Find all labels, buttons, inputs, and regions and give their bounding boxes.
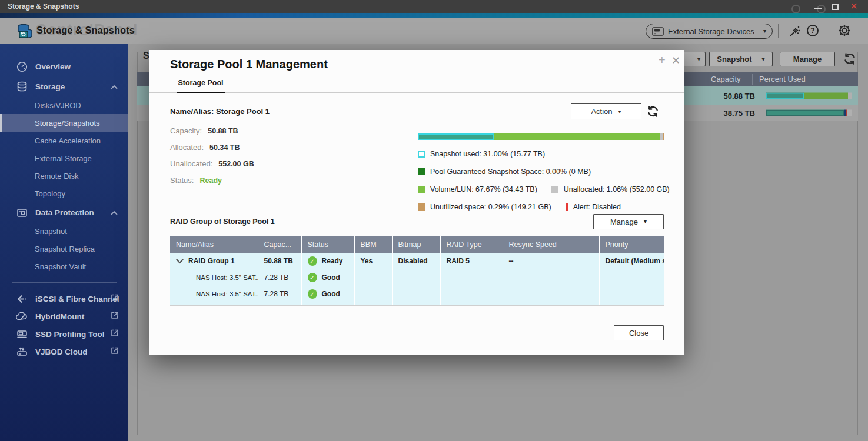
external-link-icon — [111, 293, 119, 304]
iscsi-icon — [16, 295, 28, 303]
external-drive-icon — [652, 27, 664, 36]
pool-name-alias: Name/Alias: Storage Pool 1 — [170, 107, 270, 116]
database-icon — [16, 81, 28, 92]
capacity-value: 50.88 TB — [724, 91, 755, 100]
app-window: Storage & Snapshots ✕ ControlPanel Stora… — [0, 0, 868, 441]
field-unallocated: Unallocated:552.00 GB — [170, 159, 254, 168]
column-capacity: Capacity — [711, 75, 741, 83]
sidebar-item-label: Data Protection — [35, 208, 94, 217]
close-button[interactable]: Close — [614, 325, 664, 340]
sidebar-item-overview[interactable]: Overview — [0, 56, 128, 76]
pool-guaranteed-swatch — [418, 168, 425, 175]
storage-pool-management-dialog: Storage Pool 1 Management + ✕ Storage Po… — [149, 50, 684, 355]
table-row-disk-partial[interactable]: ✓ — [170, 302, 664, 306]
chevron-down-icon: ▾ — [644, 219, 647, 225]
expand-chevron-icon[interactable] — [176, 259, 184, 264]
sidebar-item-vjbod-cloud[interactable]: VJBOD Cloud — [0, 343, 128, 360]
sidebar-item-topology[interactable]: Topology — [0, 185, 128, 202]
alert-marker — [566, 203, 568, 211]
sidebar-item-external-storage[interactable]: External Storage — [0, 149, 128, 167]
dialog-tabbar: Storage Pool — [149, 78, 684, 93]
sidebar-item-iscsi-fibre-channel[interactable]: iSCSI & Fibre Channel — [0, 290, 128, 308]
status-check-icon: ✓ — [308, 256, 317, 266]
dialog-title: Storage Pool 1 Management — [170, 58, 328, 71]
storage-snapshots-app-icon — [16, 22, 35, 43]
background-refresh-icon[interactable] — [843, 52, 857, 68]
external-link-icon — [111, 329, 119, 339]
sidebar-item-snapshot-vault[interactable]: Snapshot Vault — [0, 258, 128, 275]
header-divider — [829, 24, 829, 38]
minimize-button[interactable] — [812, 0, 824, 13]
camera-icon — [16, 207, 28, 218]
status-badge: Ready — [199, 176, 222, 185]
raid-group-table: Name/Alias Capac... Status BBM Bitmap RA… — [170, 236, 664, 306]
chevron-up-icon — [111, 207, 118, 218]
table-row-disk[interactable]: NAS Host: 3.5" SAT... 7.28 TB ✓ Good — [170, 286, 664, 302]
tab-storage-pool[interactable]: Storage Pool — [177, 79, 225, 93]
snapshot-used-swatch — [418, 151, 425, 158]
close-window-button[interactable]: ✕ — [847, 0, 860, 13]
action-button[interactable]: Action ▾ — [571, 103, 641, 119]
chevron-down-icon: ▾ — [618, 109, 621, 115]
legend-row: Pool Guaranteed Snapshot Space: 0.00% (0… — [418, 167, 591, 176]
plus-icon[interactable]: + — [659, 54, 666, 67]
unallocated-swatch — [551, 186, 558, 193]
table-row-disk[interactable]: NAS Host: 3.5" SAT... 7.28 TB ✓ Good — [170, 269, 664, 286]
sidebar-section-storage[interactable]: Storage — [0, 76, 128, 96]
gauge-icon — [16, 61, 28, 72]
sidebar-item-hybridmount[interactable]: HybridMount — [0, 308, 128, 325]
legend-row: Snapshot used: 31.00% (15.77 TB) — [418, 149, 545, 159]
app-header: ControlPanel Storage & Snapshots Externa… — [0, 18, 868, 44]
external-storage-devices-label: External Storage Devices — [668, 27, 754, 36]
sidebar-item-remote-disk[interactable]: Remote Disk — [0, 167, 128, 185]
background-snapshot-button[interactable]: Snapshot ▾ — [709, 52, 773, 66]
sidebar-item-snapshot[interactable]: Snapshot — [0, 222, 128, 240]
sidebar-item-ssd-profiling-tool[interactable]: SSD Profiling Tool — [0, 325, 128, 343]
pool-usage-bar — [418, 133, 664, 140]
maximize-button[interactable] — [829, 0, 842, 13]
sidebar-item-disks-vjbod[interactable]: Disks/VJBOD — [0, 96, 128, 114]
gear-icon[interactable] — [837, 24, 852, 38]
raid-manage-button[interactable]: Manage ▾ — [593, 214, 664, 229]
field-allocated: Allocated:50.34 TB — [170, 143, 240, 152]
sidebar-item-label: Overview — [35, 62, 71, 71]
raid-table-header: Name/Alias Capac... Status BBM Bitmap RA… — [170, 236, 664, 253]
field-status: Status:Ready — [170, 176, 222, 185]
sidebar-item-snapshot-replica[interactable]: Snapshot Replica — [0, 240, 128, 258]
sidebar-item-cache-acceleration[interactable]: Cache Acceleration — [0, 132, 128, 149]
external-link-icon — [111, 311, 119, 322]
sidebar-item-storage-snapshots[interactable]: Storage/Snapshots — [0, 114, 128, 132]
help-icon[interactable]: ? — [806, 24, 820, 38]
wizard-wand-icon[interactable] — [787, 24, 801, 38]
sidebar: Overview Storage Disks/VJBOD Storage/Sna… — [0, 44, 128, 441]
unutilized-swatch — [418, 203, 425, 211]
percent-used-bar — [766, 110, 852, 116]
dialog-close-icon[interactable]: ✕ — [671, 54, 680, 67]
legend-row: Unutilized space: 0.29% (149.21 GB) Aler… — [418, 202, 621, 212]
chevron-down-icon: ▾ — [697, 56, 700, 62]
question-glyph: ? — [810, 26, 814, 35]
field-capacity: Capacity:50.88 TB — [170, 126, 238, 135]
window-titlebar: Storage & Snapshots ✕ — [0, 0, 868, 13]
capacity-value: 38.75 TB — [724, 109, 755, 118]
sidebar-section-data-protection[interactable]: Data Protection — [0, 202, 128, 222]
percent-used-bar — [766, 92, 852, 99]
external-storage-devices-button[interactable]: External Storage Devices ▾ — [646, 24, 773, 39]
accent-gradient-bar — [0, 13, 868, 18]
cloud-icon — [16, 312, 28, 321]
chevron-down-icon: ▾ — [763, 28, 766, 34]
sidebar-item-label: Storage — [35, 82, 65, 91]
column-percent-used: Percent Used — [759, 75, 806, 83]
ghost-search-icon — [791, 5, 800, 14]
dialog-refresh-icon[interactable] — [646, 105, 660, 121]
volume-lun-swatch — [418, 186, 425, 193]
status-check-icon: ✓ — [308, 273, 317, 282]
vjbod-cloud-icon — [16, 347, 28, 356]
status-check-icon: ✓ — [308, 289, 317, 299]
table-row-raid-group[interactable]: RAID Group 1 50.88 TB ✓ Ready Yes Disabl… — [170, 253, 664, 269]
legend-row: Volume/LUN: 67.67% (34.43 TB) Unallocate… — [418, 185, 670, 194]
background-manage-button[interactable]: Manage — [780, 52, 835, 66]
page-title: Storage & Snapshots — [36, 25, 135, 36]
chevron-up-icon — [111, 81, 118, 92]
header-divider — [778, 24, 779, 38]
